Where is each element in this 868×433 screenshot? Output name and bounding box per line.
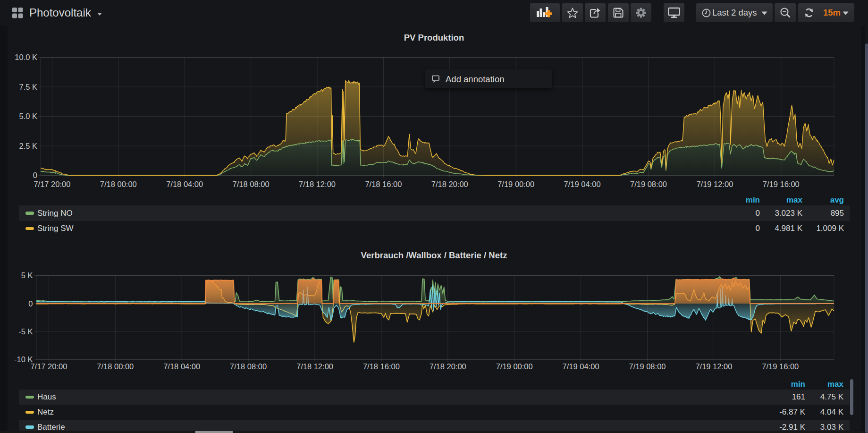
svg-text:7/18 16:00: 7/18 16:00 — [363, 362, 400, 371]
svg-text:7/19 00:00: 7/19 00:00 — [496, 362, 533, 371]
svg-text:7.5 K: 7.5 K — [19, 83, 37, 91]
svg-text:2.5 K: 2.5 K — [19, 142, 37, 150]
svg-text:7/19 04:00: 7/19 04:00 — [564, 180, 601, 188]
svg-text:10.0 K: 10.0 K — [15, 53, 37, 61]
svg-text:7/17 20:00: 7/17 20:00 — [34, 180, 70, 188]
svg-text:5 K: 5 K — [21, 271, 33, 280]
svg-text:7/19 08:00: 7/19 08:00 — [630, 180, 667, 188]
svg-text:7/19 12:00: 7/19 12:00 — [695, 362, 732, 371]
svg-text:7/18 04:00: 7/18 04:00 — [166, 180, 203, 188]
svg-text:-5 K: -5 K — [18, 327, 33, 336]
svg-text:7/18 16:00: 7/18 16:00 — [365, 180, 402, 188]
svg-text:5.0 K: 5.0 K — [19, 112, 37, 120]
svg-text:7/18 00:00: 7/18 00:00 — [97, 362, 134, 371]
svg-text:0: 0 — [28, 299, 33, 308]
svg-text:7/19 04:00: 7/19 04:00 — [563, 362, 599, 371]
svg-text:7/17 20:00: 7/17 20:00 — [30, 362, 67, 371]
svg-text:7/19 08:00: 7/19 08:00 — [629, 362, 666, 371]
svg-text:7/18 12:00: 7/18 12:00 — [296, 362, 333, 371]
svg-text:7/18 08:00: 7/18 08:00 — [233, 180, 270, 188]
svg-text:7/18 20:00: 7/18 20:00 — [430, 362, 466, 371]
svg-text:7/19 16:00: 7/19 16:00 — [763, 180, 800, 188]
svg-text:7/19 00:00: 7/19 00:00 — [497, 180, 534, 188]
svg-text:7/19 16:00: 7/19 16:00 — [762, 362, 799, 371]
svg-text:7/18 04:00: 7/18 04:00 — [163, 362, 200, 371]
svg-text:7/18 20:00: 7/18 20:00 — [431, 180, 468, 188]
svg-text:7/18 12:00: 7/18 12:00 — [299, 180, 336, 188]
svg-text:7/18 00:00: 7/18 00:00 — [100, 180, 137, 188]
svg-text:7/19 12:00: 7/19 12:00 — [696, 180, 733, 188]
svg-text:7/18 08:00: 7/18 08:00 — [230, 362, 267, 371]
svg-text:0: 0 — [33, 171, 37, 179]
